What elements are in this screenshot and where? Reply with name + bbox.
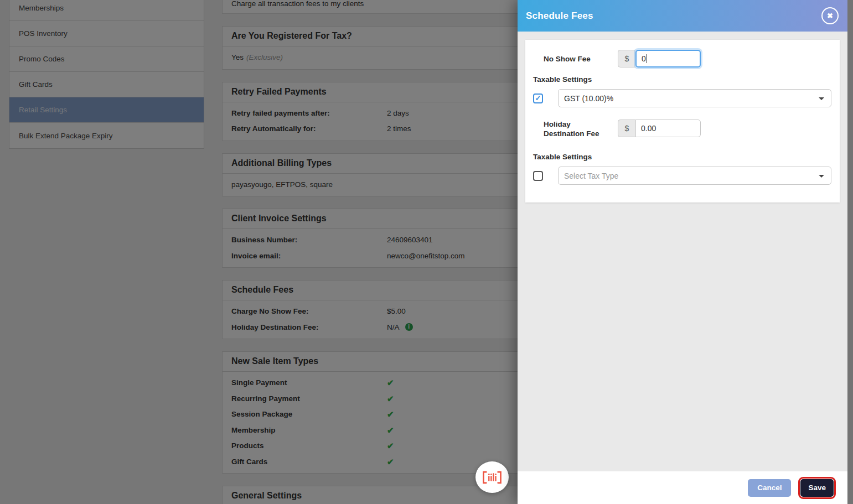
tax-type-select-empty[interactable]: Select Tax Type bbox=[558, 167, 831, 185]
holiday-destination-fee-row: Holiday Destination Fee $ 0.00 bbox=[544, 119, 840, 138]
no-show-fee-input[interactable]: 0 bbox=[635, 50, 701, 67]
chevron-down-icon bbox=[819, 175, 824, 178]
modal-footer: Cancel Save bbox=[518, 471, 847, 504]
taxable-settings-label: Taxable Settings bbox=[533, 153, 840, 161]
save-button[interactable]: Save bbox=[800, 479, 834, 497]
save-button-highlight: Save bbox=[798, 477, 836, 499]
schedule-fees-form: No Show Fee $ 0 Taxable Settings ✓ GST (… bbox=[525, 40, 840, 202]
barcode-scanner-button[interactable] bbox=[475, 461, 509, 493]
currency-prefix: $ bbox=[618, 50, 635, 67]
tax-type-placeholder: Select Tax Type bbox=[564, 172, 618, 180]
no-show-fee-label: No Show Fee bbox=[544, 50, 618, 67]
currency-prefix: $ bbox=[618, 119, 635, 137]
taxable-settings-row-1: ✓ GST (10.00)% bbox=[533, 89, 831, 107]
no-show-fee-row: No Show Fee $ 0 bbox=[544, 50, 840, 67]
schedule-fees-modal: Schedule Fees ✖ No Show Fee $ 0 Taxable … bbox=[518, 0, 847, 504]
page-scrollbar[interactable] bbox=[847, 0, 853, 504]
close-icon[interactable]: ✖ bbox=[821, 7, 839, 24]
modal-body: No Show Fee $ 0 Taxable Settings ✓ GST (… bbox=[518, 32, 847, 471]
chevron-down-icon bbox=[819, 97, 824, 100]
tax-type-selected-value: GST (10.00)% bbox=[564, 94, 613, 103]
modal-title: Schedule Fees bbox=[526, 11, 593, 22]
cancel-button[interactable]: Cancel bbox=[748, 479, 791, 497]
taxable-checkbox-unchecked[interactable] bbox=[533, 171, 543, 181]
text-cursor bbox=[647, 54, 648, 63]
modal-header: Schedule Fees ✖ bbox=[518, 0, 847, 32]
holiday-destination-fee-input[interactable]: 0.00 bbox=[635, 119, 701, 137]
taxable-settings-row-2: Select Tax Type bbox=[533, 167, 831, 185]
barcode-icon bbox=[482, 470, 502, 485]
taxable-settings-label: Taxable Settings bbox=[533, 75, 840, 84]
tax-type-select[interactable]: GST (10.00)% bbox=[558, 89, 831, 107]
taxable-checkbox-checked[interactable]: ✓ bbox=[533, 93, 543, 103]
holiday-destination-fee-label: Holiday Destination Fee bbox=[544, 119, 618, 138]
